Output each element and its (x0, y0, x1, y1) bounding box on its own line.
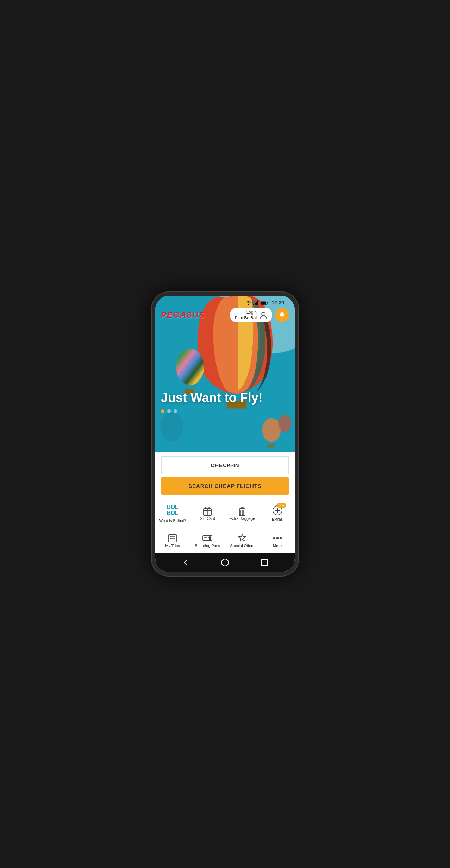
earn-text: Earn (235, 316, 243, 320)
bolbol-earn-text: BolBol (244, 316, 257, 320)
nav-bar (155, 553, 295, 572)
svg-point-24 (262, 312, 265, 316)
login-text: Login Earn BolBol (235, 310, 257, 320)
svg-rect-25 (281, 316, 283, 317)
svg-rect-56 (261, 559, 268, 566)
svg-rect-23 (261, 302, 266, 304)
svg-rect-51 (210, 536, 211, 540)
battery-icon (261, 301, 268, 305)
bolbol-icon: BOLBOL (167, 504, 178, 516)
bell-icon (279, 312, 286, 319)
svg-rect-50 (209, 536, 210, 540)
new-badge: New (277, 503, 286, 508)
login-label: Login (235, 310, 257, 315)
svg-point-11 (262, 418, 281, 442)
earn-label: Earn BolBol (235, 315, 257, 320)
svg-point-54 (280, 537, 282, 539)
svg-rect-18 (255, 303, 256, 305)
back-icon (181, 558, 190, 567)
phone-frame: 12:30 PEGASUS Login Earn BolBol (151, 291, 299, 577)
dot-3[interactable] (174, 409, 177, 413)
recents-square-icon (260, 558, 269, 567)
home-button[interactable] (220, 558, 230, 567)
logo: PEGASUS (161, 310, 205, 320)
menu-item-giftcard[interactable]: Gift Card (190, 499, 225, 528)
svg-rect-19 (256, 302, 257, 305)
carousel-dots (161, 409, 289, 413)
menu-item-more[interactable]: More (260, 528, 295, 553)
svg-rect-44 (170, 538, 171, 539)
svg-point-7 (176, 349, 204, 385)
login-button[interactable]: Login Earn BolBol (230, 308, 272, 322)
menu-item-offers[interactable]: Special Offers (225, 528, 260, 553)
offers-label: Special Offers (230, 543, 255, 548)
status-time: 12:30 (271, 300, 284, 306)
header-right: Login Earn BolBol (230, 308, 289, 322)
svg-rect-45 (170, 540, 171, 540)
boarding-label: Boarding Pass (195, 543, 220, 548)
menu-item-mytrips[interactable]: My Trips (155, 528, 190, 553)
svg-rect-20 (257, 300, 258, 305)
search-cheap-flights-button[interactable]: SEARCH CHEAP FLIGHTS (161, 477, 289, 495)
checkin-button[interactable]: CHECK-IN (161, 456, 289, 474)
giftcard-label: Gift Card (200, 516, 215, 521)
svg-point-52 (273, 537, 275, 539)
notification-button[interactable] (275, 308, 289, 322)
svg-point-15 (278, 415, 292, 432)
menu-item-extras[interactable]: New Extras (260, 499, 295, 528)
buttons-section: CHECK-IN SEARCH CHEAP FLIGHTS (155, 452, 295, 499)
svg-rect-31 (241, 508, 244, 509)
menu-grid-row1: BOLBOL What is Bolbol? Gift Card (155, 499, 295, 528)
extras-label: Extras (272, 517, 283, 521)
boarding-pass-icon (202, 533, 213, 543)
hero-section: 12:30 PEGASUS Login Earn BolBol (155, 296, 295, 452)
menu-item-boarding[interactable]: Boarding Pass (190, 528, 225, 553)
menu-item-bolbol[interactable]: BOLBOL What is Bolbol? (155, 499, 190, 528)
hero-title: Just Want to Fly! (161, 390, 289, 405)
svg-point-55 (221, 559, 229, 566)
status-bar: 12:30 (155, 296, 295, 310)
trips-icon (167, 533, 178, 543)
star-icon (237, 533, 248, 543)
phone-screen: 12:30 PEGASUS Login Earn BolBol (155, 296, 295, 572)
menu-grid-row2: My Trips Boarding Pass Special Offers (155, 528, 295, 553)
bolbol-label: What is Bolbol? (159, 518, 186, 523)
menu-item-baggage[interactable]: Extra Baggage (225, 499, 260, 528)
svg-point-16 (160, 412, 183, 442)
svg-rect-43 (170, 536, 171, 537)
baggage-icon (237, 506, 248, 516)
gift-icon (202, 506, 213, 516)
user-icon (260, 311, 267, 319)
dot-1[interactable] (161, 409, 164, 413)
dot-2[interactable] (167, 409, 171, 413)
recents-button[interactable] (260, 558, 269, 567)
wifi-icon (245, 300, 251, 305)
svg-rect-14 (267, 444, 275, 447)
svg-rect-17 (253, 304, 254, 305)
svg-rect-22 (267, 302, 268, 304)
more-label: More (273, 543, 282, 548)
home-circle-icon (221, 558, 229, 567)
svg-point-53 (276, 537, 279, 539)
hero-text-area: Just Want to Fly! (161, 390, 289, 413)
mytrips-label: My Trips (165, 543, 180, 548)
baggage-label: Extra Baggage (230, 516, 255, 521)
back-button[interactable] (181, 558, 190, 567)
signal-icon (253, 300, 259, 305)
more-dots-icon (272, 533, 283, 543)
